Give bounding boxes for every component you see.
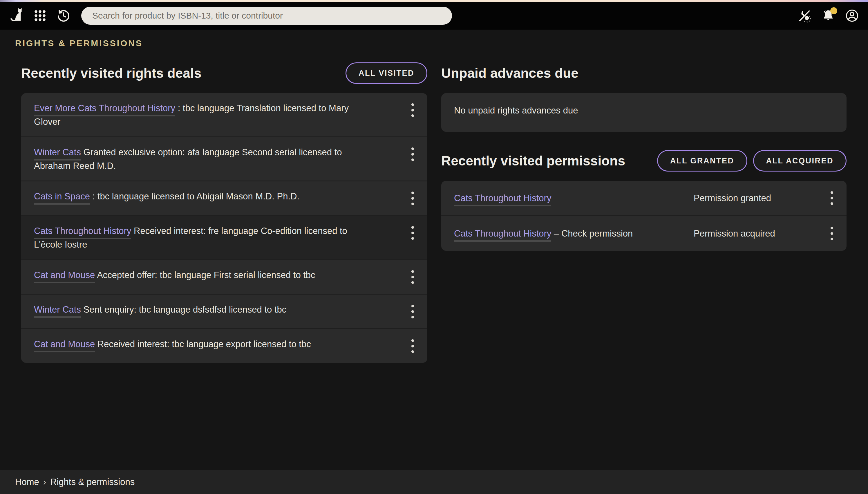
deal-text: Cats Throughout History Received interes… (34, 224, 411, 251)
breadcrumb: Home › Rights & permissions (0, 470, 868, 494)
permissions-section-title: Recently visited permissions (441, 153, 625, 169)
advances-card: No unpaid rights advances due (441, 93, 847, 132)
topbar-right (797, 8, 859, 23)
deal-text: Ever More Cats Throughout History : tbc … (34, 101, 411, 129)
kebab-menu-icon[interactable] (411, 337, 415, 355)
kebab-menu-icon[interactable] (411, 303, 415, 320)
permissions-card: Cats Throughout History Permission grant… (441, 181, 847, 251)
all-visited-button[interactable]: ALL VISITED (346, 62, 427, 84)
advances-section-title: Unpaid advances due (441, 65, 578, 81)
breadcrumb-separator: › (43, 477, 46, 487)
deal-text: Winter Cats Granted exclusive option: af… (34, 146, 411, 173)
page-title: RIGHTS & PERMISSIONS (15, 38, 868, 48)
deal-text: Cat and Mouse Accepted offer: tbc langua… (34, 268, 411, 282)
permission-row: Cats Throughout History – Check permissi… (441, 216, 847, 251)
permission-text: Cats Throughout History – Check permissi… (454, 227, 694, 240)
deals-card: Ever More Cats Throughout History : tbc … (21, 93, 427, 363)
search-input[interactable] (81, 7, 452, 25)
breadcrumb-home-link[interactable]: Home (15, 477, 39, 487)
deal-row: Cat and Mouse Accepted offer: tbc langua… (21, 260, 427, 294)
deal-row: Cats in Space : tbc language licensed to… (21, 182, 427, 216)
deal-text: Winter Cats Sent enquiry: tbc language d… (34, 303, 411, 316)
all-acquired-button[interactable]: ALL ACQUIRED (753, 150, 847, 172)
deal-text: Cats in Space : tbc language licensed to… (34, 190, 411, 203)
deal-description: Sent enquiry: tbc language dsfsdfsd lice… (81, 304, 286, 315)
kebab-menu-icon[interactable] (411, 146, 415, 163)
permission-text: Cats Throughout History (454, 191, 694, 205)
breadcrumb-current: Rights & permissions (50, 477, 135, 487)
permission-status: Permission acquired (694, 227, 830, 240)
all-granted-button[interactable]: ALL GRANTED (657, 150, 747, 172)
deal-row: Cat and Mouse Received interest: tbc lan… (21, 329, 427, 363)
topbar (0, 2, 868, 30)
advances-empty-message: No unpaid rights advances due (454, 106, 578, 115)
permission-description: – Check permission (551, 228, 633, 239)
deal-link[interactable]: Cat and Mouse (34, 270, 95, 283)
kebab-menu-icon[interactable] (830, 225, 834, 242)
permission-link[interactable]: Cats Throughout History (454, 193, 551, 206)
app-logo-cat-icon[interactable] (9, 7, 25, 24)
deal-link[interactable]: Cats in Space (34, 191, 90, 205)
deal-description: Received interest: tbc language export l… (95, 339, 311, 349)
deal-row: Winter Cats Sent enquiry: tbc language d… (21, 294, 427, 329)
permission-status: Permission granted (694, 191, 830, 205)
deal-link[interactable]: Winter Cats (34, 304, 81, 318)
account-icon[interactable] (845, 8, 859, 23)
deal-link[interactable]: Winter Cats (34, 147, 81, 160)
right-column: Unpaid advances due No unpaid rights adv… (441, 48, 847, 363)
deal-description: : tbc language licensed to Abigail Mason… (90, 191, 299, 202)
kebab-menu-icon[interactable] (411, 224, 415, 242)
deal-description: Accepted offer: tbc language First seria… (95, 270, 315, 280)
deal-text: Cat and Mouse Received interest: tbc lan… (34, 337, 411, 351)
kebab-menu-icon[interactable] (411, 190, 415, 207)
kebab-menu-icon[interactable] (411, 101, 415, 119)
rights-deals-column: Recently visited rights deals ALL VISITE… (21, 48, 427, 363)
deal-link[interactable]: Ever More Cats Throughout History (34, 103, 175, 116)
kebab-menu-icon[interactable] (830, 189, 834, 207)
notifications-bell-icon[interactable] (821, 8, 835, 23)
deal-row: Ever More Cats Throughout History : tbc … (21, 93, 427, 137)
permission-row: Cats Throughout History Permission grant… (441, 181, 847, 216)
deal-link[interactable]: Cat and Mouse (34, 339, 95, 353)
kebab-menu-icon[interactable] (411, 268, 415, 286)
permission-link[interactable]: Cats Throughout History (454, 228, 551, 242)
main-content: Recently visited rights deals ALL VISITE… (0, 48, 868, 363)
apps-grid-icon[interactable] (33, 9, 47, 23)
theme-toggle-icon[interactable] (797, 8, 812, 23)
deal-link[interactable]: Cats Throughout History (34, 226, 131, 239)
notification-badge (830, 7, 837, 14)
deals-section-title: Recently visited rights deals (21, 65, 201, 81)
history-icon[interactable] (56, 8, 71, 23)
deal-row: Winter Cats Granted exclusive option: af… (21, 137, 427, 182)
deal-row: Cats Throughout History Received interes… (21, 216, 427, 260)
